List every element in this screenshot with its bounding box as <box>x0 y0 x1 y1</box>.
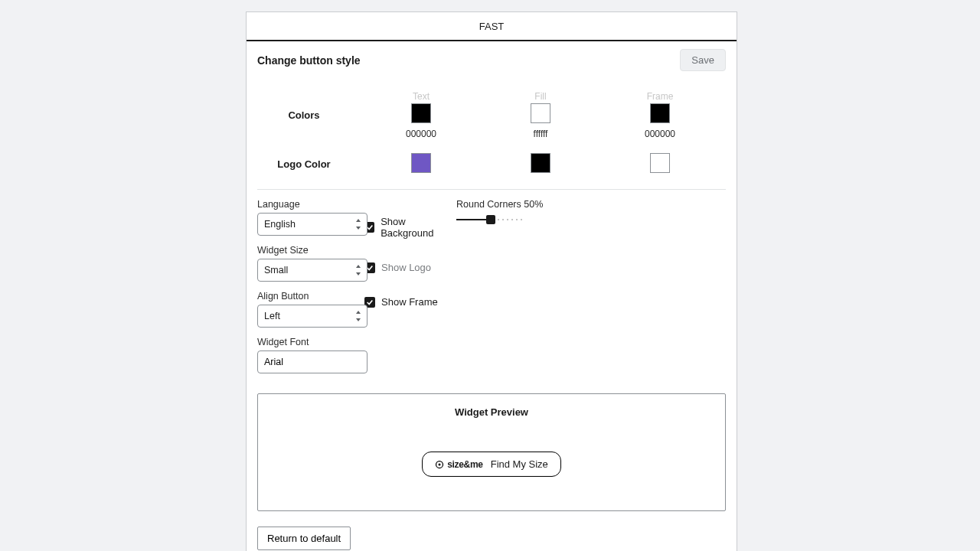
page-title: Change button style <box>257 54 680 67</box>
logo-text: size&me <box>447 459 483 470</box>
show-frame-label: Show Frame <box>381 296 438 308</box>
settings-card: FAST Change button style Save Colors Tex… <box>246 11 737 551</box>
logo-mark-icon <box>435 460 444 469</box>
logo-color-option-2[interactable] <box>531 153 550 173</box>
preview-widget-button[interactable]: size&me Find My Size <box>422 452 561 477</box>
select-arrows-icon <box>354 311 362 321</box>
return-to-default-button[interactable]: Return to default <box>257 527 351 550</box>
text-color-label: Text <box>361 91 481 102</box>
widget-size-value: Small <box>264 265 288 276</box>
save-button[interactable]: Save <box>680 49 726 71</box>
fill-color-label: Fill <box>481 91 600 102</box>
font-label: Widget Font <box>257 337 364 347</box>
text-color-swatch[interactable] <box>411 103 431 123</box>
tab-label: FAST <box>479 21 505 32</box>
show-logo-label: Show Logo <box>381 262 431 273</box>
colors-row-label: Colors <box>247 109 361 121</box>
fill-color-swatch[interactable] <box>531 103 550 123</box>
text-color-hex: 000000 <box>361 129 481 139</box>
language-select[interactable]: English <box>257 213 368 236</box>
logo-color-option-1[interactable] <box>411 153 431 173</box>
language-label: Language <box>257 199 364 210</box>
logo-color-option-3[interactable] <box>650 153 670 173</box>
preview-title: Widget Preview <box>455 406 528 418</box>
svg-point-1 <box>439 463 441 465</box>
show-background-label: Show Background <box>381 216 456 239</box>
align-label: Align Button <box>257 291 364 302</box>
logo-color-row-label: Logo Color <box>247 158 361 170</box>
widget-size-label: Widget Size <box>257 245 364 256</box>
select-arrows-icon <box>354 219 362 230</box>
font-input[interactable] <box>257 350 368 373</box>
frame-color-label: Frame <box>600 91 720 102</box>
widget-preview-box: Widget Preview size&me Find My Size <box>257 393 726 511</box>
slider-thumb[interactable] <box>486 215 495 224</box>
align-select[interactable]: Left <box>257 305 368 328</box>
fill-color-hex: ffffff <box>481 129 600 139</box>
frame-color-swatch[interactable] <box>650 103 670 123</box>
align-value: Left <box>264 311 280 321</box>
tab-fast[interactable]: FAST <box>247 12 737 41</box>
round-corners-slider[interactable] <box>456 214 525 225</box>
frame-color-hex: 000000 <box>600 129 720 139</box>
widget-size-select[interactable]: Small <box>257 259 368 282</box>
round-corners-label: Round Corners 50% <box>456 199 726 210</box>
language-value: English <box>264 219 296 230</box>
widget-button-label: Find My Size <box>491 458 548 470</box>
select-arrows-icon <box>354 265 362 276</box>
